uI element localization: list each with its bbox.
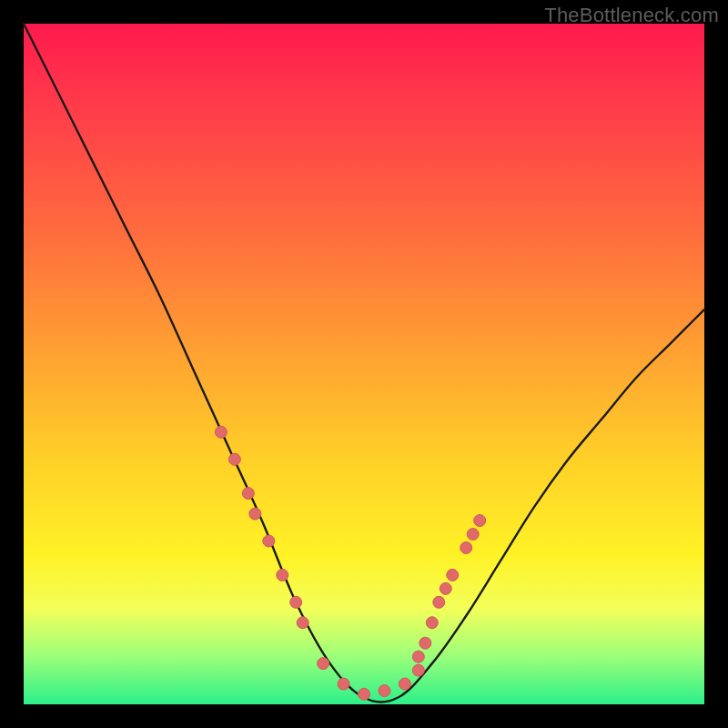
data-marker [277,569,288,581]
data-marker [467,529,479,541]
data-marker [338,678,349,690]
data-marker [242,488,254,500]
data-marker [228,453,240,465]
data-marker [359,688,370,700]
data-marker [420,637,431,649]
watermark-text: TheBottleneck.com [544,4,719,27]
data-markers [215,426,485,700]
data-marker [433,596,445,608]
chart-frame: TheBottleneck.com [0,0,728,728]
curve-layer [24,24,704,704]
data-marker [460,541,472,553]
data-marker [379,685,390,697]
bottleneck-curve [24,24,704,703]
data-marker [297,617,308,629]
data-marker [263,535,275,547]
data-marker [440,582,451,594]
data-marker [249,508,261,520]
plot-area [24,24,704,704]
data-marker [399,678,410,690]
data-marker [474,515,486,527]
data-marker [215,426,227,438]
data-marker [447,569,459,581]
data-marker [318,658,329,670]
data-marker [412,651,424,662]
data-marker [426,617,438,629]
data-marker [412,664,424,676]
data-marker [290,596,302,608]
